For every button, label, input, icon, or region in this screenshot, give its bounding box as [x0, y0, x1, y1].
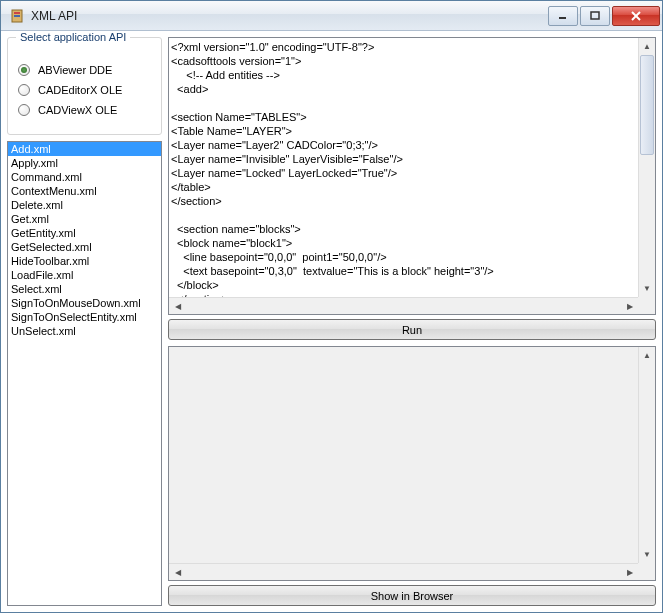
list-item[interactable]: Select.xml — [8, 282, 161, 296]
code-text[interactable]: <?xml version="1.0" encoding="UTF-8"?> <… — [169, 38, 638, 297]
horizontal-scrollbar[interactable]: ◀ ▶ — [169, 297, 638, 314]
titlebar[interactable]: XML API — [1, 1, 662, 31]
scroll-up-icon[interactable]: ▲ — [639, 347, 655, 364]
api-groupbox: Select application API ABViewer DDECADEd… — [7, 37, 162, 135]
app-icon — [9, 8, 25, 24]
scroll-right-icon[interactable]: ▶ — [621, 564, 638, 580]
radio-label: CADViewX OLE — [38, 104, 117, 116]
close-button[interactable] — [612, 6, 660, 26]
svg-rect-4 — [591, 12, 599, 19]
window-title: XML API — [31, 9, 546, 23]
app-window: XML API Select application API ABViewer … — [0, 0, 663, 613]
maximize-button[interactable] — [580, 6, 610, 26]
scroll-corner — [638, 297, 655, 314]
run-button[interactable]: Run — [168, 319, 656, 340]
scroll-right-icon[interactable]: ▶ — [621, 298, 638, 314]
list-item[interactable]: GetSelected.xml — [8, 240, 161, 254]
scroll-thumb[interactable] — [640, 55, 654, 155]
list-item[interactable]: LoadFile.xml — [8, 268, 161, 282]
vertical-scrollbar[interactable]: ▲ ▼ — [638, 347, 655, 563]
scroll-down-icon[interactable]: ▼ — [639, 280, 655, 297]
radio-icon[interactable] — [18, 104, 30, 116]
scroll-down-icon[interactable]: ▼ — [639, 546, 655, 563]
list-item[interactable]: HideToolbar.xml — [8, 254, 161, 268]
radio-option[interactable]: CADViewX OLE — [18, 104, 151, 116]
radio-option[interactable]: CADEditorX OLE — [18, 84, 151, 96]
radio-icon[interactable] — [18, 64, 30, 76]
list-item[interactable]: Command.xml — [8, 170, 161, 184]
scroll-left-icon[interactable]: ◀ — [169, 298, 186, 314]
horizontal-scrollbar[interactable]: ◀ ▶ — [169, 563, 638, 580]
code-editor[interactable]: <?xml version="1.0" encoding="UTF-8"?> <… — [168, 37, 656, 315]
list-item[interactable]: Add.xml — [8, 142, 161, 156]
list-item[interactable]: Apply.xml — [8, 156, 161, 170]
list-item[interactable]: SignToOnMouseDown.xml — [8, 296, 161, 310]
output-viewer[interactable]: ▲ ▼ ◀ ▶ — [168, 346, 656, 581]
scroll-corner — [638, 563, 655, 580]
file-list[interactable]: Add.xmlApply.xmlCommand.xmlContextMenu.x… — [7, 141, 162, 606]
vertical-scrollbar[interactable]: ▲ ▼ — [638, 38, 655, 297]
list-item[interactable]: GetEntity.xml — [8, 226, 161, 240]
list-item[interactable]: UnSelect.xml — [8, 324, 161, 338]
radio-label: ABViewer DDE — [38, 64, 112, 76]
list-item[interactable]: Get.xml — [8, 212, 161, 226]
show-in-browser-button[interactable]: Show in Browser — [168, 585, 656, 606]
minimize-button[interactable] — [548, 6, 578, 26]
radio-option[interactable]: ABViewer DDE — [18, 64, 151, 76]
scroll-up-icon[interactable]: ▲ — [639, 38, 655, 55]
output-text — [169, 347, 638, 563]
radio-icon[interactable] — [18, 84, 30, 96]
list-item[interactable]: ContextMenu.xml — [8, 184, 161, 198]
radio-label: CADEditorX OLE — [38, 84, 122, 96]
list-item[interactable]: Delete.xml — [8, 198, 161, 212]
scroll-left-icon[interactable]: ◀ — [169, 564, 186, 580]
list-item[interactable]: SignToOnSelectEntity.xml — [8, 310, 161, 324]
svg-rect-1 — [14, 12, 20, 14]
groupbox-title: Select application API — [16, 31, 130, 43]
svg-rect-2 — [14, 15, 20, 17]
